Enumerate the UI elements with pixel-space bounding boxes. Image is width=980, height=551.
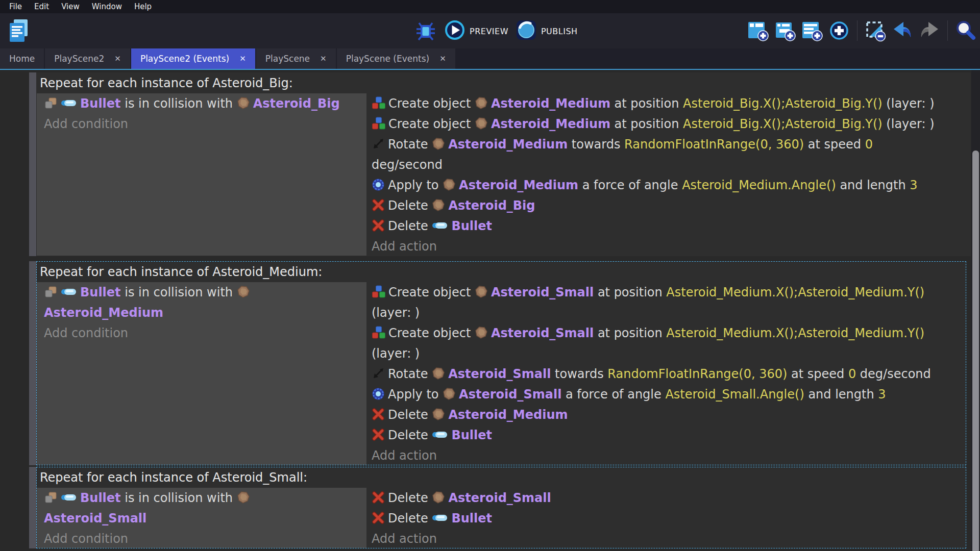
toolbar-right <box>747 19 977 42</box>
object-name: Asteroid_Small <box>491 326 594 340</box>
add-comment-icon[interactable] <box>801 19 823 42</box>
asteroid-icon <box>237 96 250 110</box>
collision-icon <box>44 491 58 504</box>
condition-row[interactable]: Bullet is in collision with Asteroid_Big <box>37 93 366 114</box>
delete-icon <box>372 428 385 441</box>
action-row[interactable]: Delete Asteroid_Small <box>366 488 966 508</box>
conditions-panel: Bullet is in collision with Asteroid_Big… <box>37 93 366 256</box>
action-row[interactable]: Delete Asteroid_Medium <box>366 405 966 425</box>
menu-item-view[interactable]: View <box>55 0 86 13</box>
add-event-icon[interactable] <box>747 19 769 42</box>
add-condition-button[interactable]: Add condition <box>37 323 366 343</box>
redo-icon[interactable] <box>918 19 941 42</box>
action-row[interactable]: Rotate Asteroid_Medium towards RandomFlo… <box>366 134 970 155</box>
delete-icon <box>372 491 385 504</box>
add-action-button[interactable]: Add action <box>366 236 970 256</box>
asteroid-icon <box>475 117 488 130</box>
delete-selection-icon[interactable] <box>864 19 887 42</box>
action-row[interactable]: (layer: ) <box>366 303 966 323</box>
tab-playscene[interactable]: PlayScene✕ <box>256 48 336 69</box>
project-manager-icon[interactable] <box>8 18 30 43</box>
tab-close-icon[interactable]: ✕ <box>239 54 246 63</box>
event-header[interactable]: Repeat for each instance of Asteroid_Big… <box>37 73 970 93</box>
delete-icon <box>372 511 385 524</box>
event-header[interactable]: Repeat for each instance of Asteroid_Med… <box>37 262 966 282</box>
menu-item-window[interactable]: Window <box>86 0 128 13</box>
add-condition-button[interactable]: Add condition <box>37 114 366 134</box>
sentence-text: Create object <box>388 326 475 340</box>
collision-icon <box>44 285 58 298</box>
bullet-icon <box>61 493 77 502</box>
action-row[interactable]: Delete Bullet <box>366 508 966 529</box>
condition-row[interactable]: Bullet is in collision with <box>37 282 366 303</box>
tab-playscene2-events[interactable]: PlayScene2 (Events)✕ <box>131 48 255 69</box>
add-subevent-icon[interactable] <box>774 19 796 42</box>
toolbar: PREVIEW PUBLISH <box>0 13 980 48</box>
condition-row[interactable]: Asteroid_Medium <box>37 303 366 323</box>
asteroid-icon <box>432 408 445 421</box>
search-icon[interactable] <box>954 19 977 42</box>
action-row[interactable]: (layer: ) <box>366 343 966 364</box>
object-name: Asteroid_Small <box>44 511 146 525</box>
action-row[interactable]: Delete Bullet <box>366 216 970 236</box>
action-row[interactable]: Delete Asteroid_Big <box>366 195 970 216</box>
tab-bar: HomePlayScene2✕PlayScene2 (Events)✕PlayS… <box>0 48 980 69</box>
action-row[interactable]: Create object Asteroid_Medium at positio… <box>366 114 970 134</box>
sentence-text: (layer: ) <box>372 346 420 361</box>
sentence-text: (layer: ) <box>372 306 420 320</box>
event-drag-handle[interactable] <box>29 261 36 465</box>
add-condition-button[interactable]: Add condition <box>37 529 366 548</box>
menu-item-help[interactable]: Help <box>128 0 158 13</box>
action-row[interactable]: Apply to Asteroid_Small a force of angle… <box>366 384 966 405</box>
tab-close-icon[interactable]: ✕ <box>114 54 121 63</box>
sentence-text: and length <box>804 387 878 402</box>
action-row[interactable]: Rotate Asteroid_Small towards RandomFloa… <box>366 364 966 384</box>
toolbar-center: PREVIEW PUBLISH <box>414 19 578 43</box>
object-name: Asteroid_Medium <box>448 408 568 422</box>
action-row[interactable]: Create object Asteroid_Small at position… <box>366 282 966 303</box>
asteroid-icon <box>432 367 445 380</box>
event-header[interactable]: Repeat for each instance of Asteroid_Sma… <box>37 467 966 488</box>
tab-playscene2[interactable]: PlayScene2✕ <box>45 48 130 69</box>
condition-row[interactable]: Asteroid_Small <box>37 508 366 529</box>
preview-button[interactable]: PREVIEW <box>444 19 508 43</box>
event-drag-handle[interactable] <box>29 72 36 256</box>
actions-panel: Delete Asteroid_SmallDelete BulletAdd ac… <box>366 488 966 548</box>
bullet-icon <box>61 287 77 296</box>
asteroid-icon <box>432 137 445 151</box>
sentence-text: Create object <box>388 96 475 111</box>
force-icon <box>372 178 385 191</box>
add-action-button[interactable]: Add action <box>366 445 966 465</box>
rotate-icon <box>372 137 385 151</box>
object-name: Asteroid_Small <box>448 367 551 381</box>
menu-item-edit[interactable]: Edit <box>28 0 55 13</box>
menu-bar: FileEditViewWindowHelp <box>0 0 980 13</box>
tab-home[interactable]: Home <box>0 48 44 69</box>
sentence-text: at position <box>594 326 666 340</box>
collision-icon <box>44 96 58 110</box>
scrollbar-thumb[interactable] <box>972 151 979 551</box>
tab-close-icon[interactable]: ✕ <box>439 54 446 63</box>
action-row[interactable]: Delete Bullet <box>366 425 966 445</box>
publish-button[interactable]: PUBLISH <box>516 19 578 43</box>
conditions-panel: Bullet is in collision with Asteroid_Sma… <box>37 488 366 548</box>
undo-icon[interactable] <box>891 19 914 42</box>
add-action-button[interactable]: Add action <box>366 529 966 548</box>
event-drag-handle[interactable] <box>29 467 36 548</box>
scrollbar-track[interactable] <box>971 70 980 551</box>
condition-row[interactable]: Bullet is in collision with <box>37 488 366 508</box>
debug-icon[interactable] <box>414 20 437 42</box>
sentence-text: Create object <box>388 285 475 299</box>
action-row[interactable]: deg/second <box>366 155 970 175</box>
add-circle-icon[interactable] <box>828 19 850 42</box>
object-name: Bullet <box>451 511 492 525</box>
asteroid-icon <box>432 198 445 212</box>
action-row[interactable]: Apply to Asteroid_Medium a force of angl… <box>366 175 970 195</box>
sentence-text: towards <box>551 367 607 381</box>
menu-item-file[interactable]: File <box>3 0 28 13</box>
action-row[interactable]: Create object Asteroid_Small at position… <box>366 323 966 343</box>
tab-playscene-events[interactable]: PlayScene (Events)✕ <box>337 48 455 69</box>
asteroid-icon <box>432 491 445 504</box>
tab-close-icon[interactable]: ✕ <box>320 54 327 63</box>
action-row[interactable]: Create object Asteroid_Medium at positio… <box>366 93 970 114</box>
